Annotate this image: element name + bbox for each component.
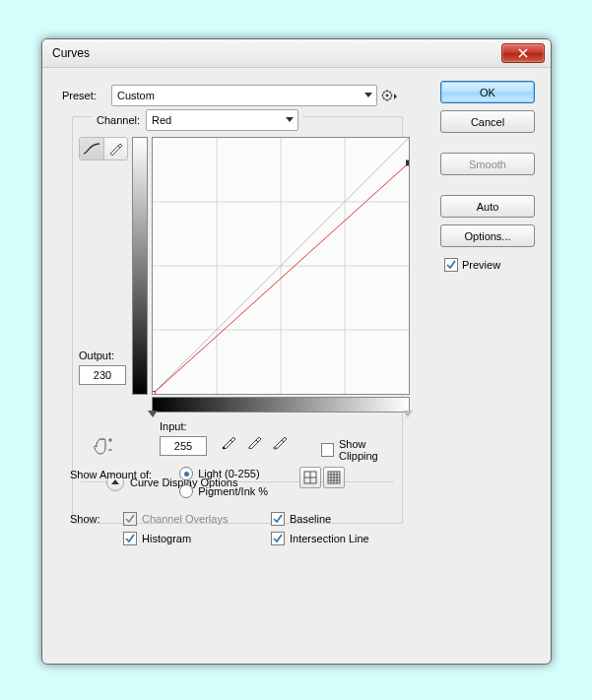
curve-icon bbox=[83, 142, 100, 156]
window-title: Curves bbox=[52, 46, 501, 60]
pigment-radio-row: Pigment/Ink % bbox=[179, 484, 268, 498]
show-amount-label: Show Amount of: bbox=[70, 467, 152, 498]
output-field[interactable]: 230 bbox=[79, 365, 126, 385]
svg-rect-17 bbox=[153, 392, 156, 395]
dialog-content: Preset: Custom bbox=[52, 77, 541, 654]
check-icon bbox=[125, 514, 135, 524]
grid-fine-button[interactable] bbox=[323, 467, 345, 488]
intersection-checkbox[interactable] bbox=[271, 532, 285, 545]
close-button[interactable] bbox=[501, 43, 545, 63]
svg-point-19 bbox=[223, 447, 225, 449]
right-button-column: OK Cancel Smooth Auto Options... Preview bbox=[440, 81, 535, 272]
black-point-slider[interactable] bbox=[148, 411, 158, 417]
preview-checkbox[interactable] bbox=[444, 258, 458, 272]
show-amount-row: Show Amount of: Light (0-255) Pigment/In… bbox=[70, 467, 345, 498]
white-eyedropper-icon[interactable] bbox=[272, 434, 288, 450]
pencil-curve-tool[interactable] bbox=[104, 138, 128, 159]
point-curve-tool[interactable] bbox=[80, 138, 104, 159]
check-icon bbox=[446, 260, 456, 270]
svg-rect-18 bbox=[407, 160, 410, 165]
check-icon bbox=[125, 534, 135, 543]
options-button[interactable]: Options... bbox=[440, 224, 535, 247]
show-checkboxes: Show: Channel Overlays Baseline Histogra… bbox=[70, 512, 419, 545]
svg-line-7 bbox=[390, 98, 391, 99]
show-clipping-label: Show Clipping bbox=[339, 438, 402, 462]
targeted-adjust-tool[interactable] bbox=[91, 434, 116, 456]
input-gradient bbox=[152, 397, 410, 413]
input-field[interactable]: 255 bbox=[160, 436, 207, 456]
histogram-checkbox[interactable] bbox=[123, 532, 137, 545]
light-radio-label: Light (0-255) bbox=[198, 468, 259, 479]
intersection-label: Intersection Line bbox=[290, 533, 369, 544]
show-label: Show: bbox=[70, 513, 123, 525]
preset-row: Preset: Custom bbox=[62, 85, 403, 106]
channel-row: Channel: Red bbox=[93, 109, 302, 131]
grid-coarse-button[interactable] bbox=[299, 467, 321, 488]
preset-label: Preset: bbox=[62, 90, 111, 101]
pigment-radio[interactable] bbox=[179, 484, 193, 498]
svg-line-9 bbox=[390, 92, 391, 93]
baseline-checkbox[interactable] bbox=[271, 512, 285, 526]
light-radio[interactable] bbox=[179, 467, 193, 480]
output-gradient bbox=[132, 137, 148, 395]
gray-eyedropper-icon[interactable] bbox=[246, 434, 262, 450]
pencil-icon bbox=[108, 142, 122, 156]
channel-overlays-label: Channel Overlays bbox=[142, 513, 228, 525]
channel-label: Channel: bbox=[97, 114, 140, 126]
baseline-label: Baseline bbox=[290, 513, 331, 525]
svg-point-1 bbox=[386, 95, 389, 97]
curves-dialog: Curves Preset: Custom bbox=[41, 38, 552, 665]
pigment-radio-label: Pigment/Ink % bbox=[198, 485, 268, 497]
svg-point-21 bbox=[274, 447, 276, 449]
output-label: Output: bbox=[79, 350, 114, 361]
close-icon bbox=[518, 48, 528, 58]
titlebar[interactable]: Curves bbox=[42, 39, 551, 68]
chevron-down-icon bbox=[364, 93, 372, 98]
check-icon bbox=[273, 534, 283, 543]
svg-line-8 bbox=[383, 98, 384, 99]
auto-button[interactable]: Auto bbox=[440, 195, 535, 218]
ok-button[interactable]: OK bbox=[440, 81, 535, 103]
smooth-button[interactable]: Smooth bbox=[440, 153, 535, 175]
grid-4-icon bbox=[303, 471, 317, 484]
curve-tool-toggle bbox=[79, 137, 128, 160]
curve-groupbox: Channel: Red bbox=[72, 116, 403, 524]
preview-row: Preview bbox=[440, 254, 535, 272]
svg-point-20 bbox=[248, 447, 250, 449]
show-clipping-checkbox[interactable] bbox=[321, 443, 334, 457]
preview-label: Preview bbox=[462, 259, 500, 271]
light-radio-row: Light (0-255) bbox=[179, 467, 268, 480]
channel-value: Red bbox=[152, 114, 171, 126]
cancel-button[interactable]: Cancel bbox=[440, 110, 535, 133]
show-clipping-row: Show Clipping bbox=[321, 438, 402, 462]
hand-icon bbox=[91, 434, 116, 456]
channel-overlays-checkbox[interactable] bbox=[123, 512, 137, 526]
curve-canvas[interactable] bbox=[152, 137, 410, 395]
preset-value: Custom bbox=[117, 90, 155, 101]
svg-line-6 bbox=[383, 92, 384, 93]
channel-dropdown[interactable]: Red bbox=[146, 109, 298, 131]
eyedropper-group bbox=[221, 434, 288, 450]
chevron-down-icon bbox=[286, 117, 294, 123]
check-icon bbox=[273, 514, 283, 524]
curve-svg bbox=[153, 138, 409, 394]
black-eyedropper-icon[interactable] bbox=[221, 434, 236, 450]
white-point-slider[interactable] bbox=[403, 411, 413, 417]
input-label: Input: bbox=[160, 420, 187, 432]
grid-size-buttons bbox=[299, 467, 345, 498]
preset-menu-icon[interactable] bbox=[381, 89, 399, 102]
grid-16-icon bbox=[327, 471, 341, 484]
preset-dropdown[interactable]: Custom bbox=[111, 85, 377, 106]
histogram-label: Histogram bbox=[142, 533, 191, 544]
